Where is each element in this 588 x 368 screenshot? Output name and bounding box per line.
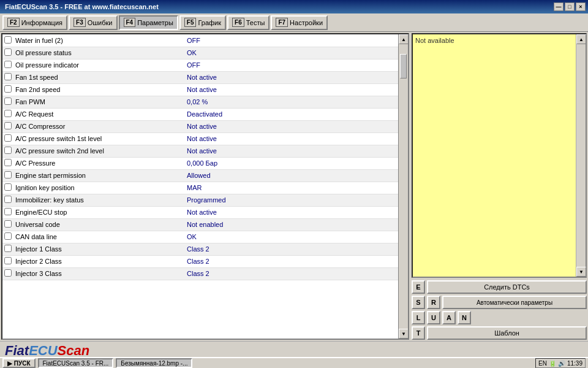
param-checkbox-cell[interactable] [2,145,13,157]
param-checkbox[interactable] [4,98,12,105]
template-label: Шаблон [494,329,519,337]
param-checkbox[interactable] [4,48,12,56]
param-checkbox-cell[interactable] [2,108,13,120]
param-value: Programmed [185,194,408,206]
btn-l[interactable]: L [412,311,425,324]
param-checkbox[interactable] [4,122,12,129]
app-logo: FiatECUScan [5,343,89,359]
tab-errors[interactable]: F3 Ошибки [69,15,117,30]
table-row: A/C pressure switch 1st level Not active [2,132,408,145]
param-checkbox-cell[interactable] [2,255,13,267]
param-checkbox[interactable] [4,245,12,252]
param-checkbox[interactable] [4,183,12,191]
param-checkbox-cell[interactable] [2,59,13,71]
param-checkbox[interactable] [4,220,12,228]
speaker-icon: 🔊 [558,360,565,367]
param-checkbox[interactable] [4,85,12,93]
scrollbar-vertical[interactable]: ▲ ▼ [398,34,408,339]
table-row: Injector 2 Class Class 2 [2,255,408,267]
table-row: A/C pressure switch 2nd level Not active [2,145,408,157]
btn-a[interactable]: A [442,311,456,324]
param-checkbox-cell[interactable] [2,83,13,96]
param-checkbox-cell[interactable] [2,182,13,194]
scroll-up-arrow[interactable]: ▲ [399,34,408,44]
template-button[interactable]: Шаблон [427,326,587,340]
param-checkbox-cell[interactable] [2,169,13,182]
table-row: Engine start permission Allowed [2,169,408,182]
param-checkbox[interactable] [4,36,12,44]
follow-dtc-button[interactable]: Следить DTCs [427,280,587,294]
taskbar-item-2-label: Безымянная-12.bmp -... [121,360,187,367]
param-checkbox-cell[interactable] [2,132,13,145]
tab-settings[interactable]: F7 Настройки [271,15,328,30]
param-value: OFF [185,59,408,71]
tab-chart[interactable]: F5 График [179,15,226,30]
param-checkbox-cell[interactable] [2,231,13,243]
tab-tests[interactable]: F6 Тесты [227,15,270,30]
param-checkbox-cell[interactable] [2,194,13,206]
minimize-button[interactable]: — [554,2,564,11]
param-checkbox-cell[interactable] [2,47,13,59]
chart-scroll-down[interactable]: ▼ [576,267,586,277]
param-checkbox-cell[interactable] [2,157,13,169]
btn-r[interactable]: R [427,296,440,309]
table-row: Ignition key position MAR [2,182,408,194]
param-checkbox-cell[interactable] [2,218,13,231]
param-value: Not active [185,120,408,132]
sys-tray: EN 🔋 🔊 11:39 [535,358,586,368]
param-checkbox[interactable] [4,73,12,80]
scroll-down-arrow[interactable]: ▼ [399,329,408,339]
param-checkbox-cell[interactable] [2,206,13,218]
table-row: Water in fuel (2) OFF [2,34,408,47]
taskbar-bmp[interactable]: Безымянная-12.bmp -... [116,358,192,368]
param-checkbox-cell[interactable] [2,71,13,83]
maximize-button[interactable]: □ [565,2,575,11]
btn-e[interactable]: E [412,280,425,294]
start-button[interactable]: ▶ ПУСК [2,358,36,368]
param-checkbox[interactable] [4,147,12,154]
param-checkbox[interactable] [4,171,12,178]
follow-dtc-label: Следить DTCs [484,283,530,291]
param-checkbox[interactable] [4,159,12,166]
param-checkbox-cell[interactable] [2,34,13,47]
param-value: Class 2 [185,255,408,267]
params-table: Water in fuel (2) OFF Oil pressure statu… [2,34,408,280]
auto-params-button[interactable]: Автоматически параметры [442,296,587,309]
param-name: Fan 2nd speed [13,83,185,96]
close-button[interactable]: × [576,2,586,11]
param-name: A/C Pressure [13,157,185,169]
btn-t[interactable]: T [412,326,425,340]
param-checkbox-cell[interactable] [2,120,13,132]
btn-n[interactable]: N [458,311,471,324]
param-checkbox-cell[interactable] [2,96,13,108]
table-row: Fan PWM 0,02 % [2,96,408,108]
param-checkbox-cell[interactable] [2,267,13,280]
param-checkbox[interactable] [4,269,12,277]
param-checkbox[interactable] [4,134,12,142]
param-value: Not enabled [185,218,408,231]
btn-u[interactable]: U [427,311,440,324]
param-checkbox[interactable] [4,110,12,117]
param-checkbox[interactable] [4,257,12,264]
param-checkbox-cell[interactable] [2,243,13,255]
chart-scrollbar[interactable]: ▲ ▼ [576,34,586,277]
param-value: Class 2 [185,267,408,280]
param-checkbox[interactable] [4,196,12,203]
right-panel: Not available ▲ ▼ E Следить DTCs S R Ав [409,33,587,340]
table-row: A/C Request Deactivated [2,108,408,120]
param-checkbox[interactable] [4,208,12,215]
tab-parameters[interactable]: F4 Параметры [119,15,178,30]
tab-information[interactable]: F2 Информация [2,15,67,30]
main-content: Water in fuel (2) OFF Oil pressure statu… [0,32,588,341]
scrollbar-thumb[interactable] [400,54,407,79]
btn-s[interactable]: S [412,296,425,309]
param-checkbox[interactable] [4,232,12,240]
param-checkbox[interactable] [4,61,12,68]
right-buttons-area: E Следить DTCs S R Автоматически парамет… [412,280,587,340]
taskbar-fiatecuscan[interactable]: FiatECUScan 3.5 - FR... [38,358,114,368]
battery-icon: 🔋 [549,360,556,367]
param-value: Not active [185,206,408,218]
chart-scroll-up[interactable]: ▲ [576,34,586,44]
param-name: Water in fuel (2) [13,34,185,47]
key-f6: F6 [232,18,244,27]
